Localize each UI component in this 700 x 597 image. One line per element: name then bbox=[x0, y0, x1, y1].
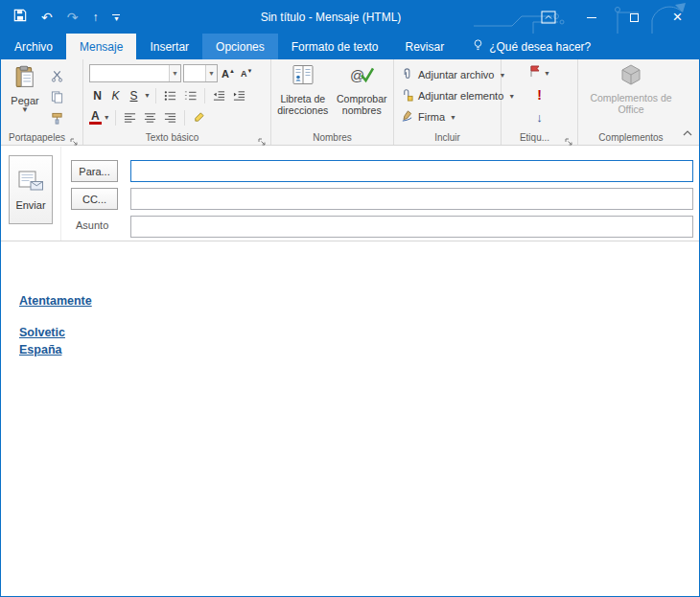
align-left-icon[interactable] bbox=[121, 109, 139, 126]
quick-access-toolbar: ↶ ↷ ↑ ▼ bbox=[1, 1, 120, 34]
follow-up-button[interactable]: ▼ bbox=[528, 63, 550, 82]
subject-input[interactable] bbox=[130, 216, 693, 238]
group-basic-text: ▼ ▼ A▲ A▼ N K S ▼ bbox=[83, 59, 271, 145]
to-button[interactable]: Para... bbox=[71, 160, 118, 182]
ribbon-display-options-icon[interactable] bbox=[527, 1, 570, 34]
clipboard-icon bbox=[14, 65, 35, 93]
signature-link-atentamente[interactable]: Atentamente bbox=[19, 292, 699, 310]
font-size-combo[interactable]: ▼ bbox=[183, 64, 218, 82]
compose-fields: Para... CC... Asunto bbox=[60, 147, 699, 241]
clipboard-mini-buttons bbox=[47, 62, 66, 129]
tab-formato-de-texto[interactable]: Formato de texto bbox=[278, 34, 392, 59]
paperclip-icon bbox=[401, 67, 413, 82]
tab-mensaje[interactable]: Mensaje bbox=[66, 34, 136, 59]
check-names-icon: @ bbox=[349, 63, 374, 91]
close-button[interactable]: × bbox=[656, 1, 699, 34]
tell-me-label: ¿Qué desea hacer? bbox=[489, 40, 591, 54]
signature-dropdown-icon: ▼ bbox=[450, 114, 456, 121]
bold-button[interactable]: N bbox=[89, 87, 105, 104]
high-importance-button[interactable]: ! bbox=[537, 85, 542, 104]
increase-indent-icon[interactable] bbox=[230, 87, 248, 104]
window-controls: × bbox=[527, 1, 699, 34]
tab-archivo[interactable]: Archivo bbox=[1, 34, 66, 59]
signature-link-espana[interactable]: España bbox=[19, 341, 699, 358]
cc-button[interactable]: CC... bbox=[71, 188, 118, 210]
up-arrow-icon[interactable]: ↑ bbox=[92, 11, 98, 23]
outlook-message-window: ↶ ↷ ↑ ▼ Sin título - Mensaje (HTML) × Ar… bbox=[0, 0, 700, 597]
paperclip-item-icon bbox=[401, 88, 413, 103]
underline-dropdown-icon[interactable]: ▼ bbox=[144, 92, 151, 99]
pen-icon bbox=[401, 109, 413, 125]
numbered-list-icon[interactable] bbox=[181, 87, 199, 104]
font-color-button[interactable]: A bbox=[89, 111, 102, 125]
customize-quick-access-icon[interactable]: ▼ bbox=[112, 14, 120, 21]
ribbon: Pegar ▼ Portapapeles ▼ bbox=[1, 59, 699, 146]
maximize-button[interactable] bbox=[613, 1, 656, 34]
paste-dropdown-icon: ▼ bbox=[21, 108, 29, 112]
low-importance-button[interactable]: ↓ bbox=[536, 107, 543, 126]
minimize-button[interactable] bbox=[570, 1, 613, 34]
align-right-icon[interactable] bbox=[161, 109, 179, 126]
group-include: Adjuntar archivo ▼ Adjuntar elemento ▼ F… bbox=[394, 59, 502, 145]
decrease-indent-icon[interactable] bbox=[210, 87, 228, 104]
highlight-pen-icon[interactable] bbox=[190, 109, 208, 126]
message-body[interactable]: Atentamente Solvetic España bbox=[1, 242, 699, 596]
address-book-label: Libreta de direcciones bbox=[273, 93, 333, 116]
titlebar: ↶ ↷ ↑ ▼ Sin título - Mensaje (HTML) × bbox=[1, 1, 699, 34]
include-group-label: Incluir bbox=[396, 132, 499, 143]
copy-icon[interactable] bbox=[47, 88, 66, 105]
tags-group-label: Etiqu... bbox=[503, 132, 566, 143]
collapse-ribbon-icon[interactable] bbox=[683, 123, 692, 140]
group-tags: ▼ ! ↓ Etiqu... bbox=[502, 59, 578, 145]
flag-icon bbox=[528, 64, 541, 81]
font-color-dropdown-icon[interactable]: ▼ bbox=[104, 114, 110, 121]
attach-file-label: Adjuntar archivo bbox=[418, 69, 495, 80]
tab-opciones[interactable]: Opciones bbox=[202, 34, 278, 59]
names-group-label: Nombres bbox=[273, 132, 391, 143]
undo-icon[interactable]: ↶ bbox=[41, 11, 53, 24]
cut-icon[interactable] bbox=[47, 67, 66, 84]
save-icon[interactable] bbox=[13, 9, 27, 26]
shrink-font-icon[interactable]: A▼ bbox=[239, 68, 254, 79]
underline-button[interactable]: S bbox=[126, 87, 142, 104]
cc-input[interactable] bbox=[130, 188, 693, 210]
basic-text-dialog-launcher-icon[interactable] bbox=[258, 133, 268, 143]
font-name-combo[interactable]: ▼ bbox=[89, 64, 181, 82]
italic-button[interactable]: K bbox=[107, 87, 124, 104]
address-book-button[interactable]: Libreta de direcciones bbox=[273, 63, 333, 129]
group-addins: Complementos de Office Complementos bbox=[578, 59, 684, 145]
check-names-button[interactable]: @ Comprobar nombres bbox=[333, 63, 392, 129]
signature-blank-line bbox=[19, 310, 699, 324]
tab-revisar[interactable]: Revisar bbox=[391, 34, 457, 59]
clipboard-dialog-launcher-icon[interactable] bbox=[70, 133, 80, 143]
bullet-list-icon[interactable] bbox=[161, 87, 179, 104]
subject-label: Asunto bbox=[76, 219, 108, 231]
send-button[interactable]: Enviar bbox=[9, 155, 53, 224]
clipboard-group-label: Portapapeles bbox=[3, 132, 71, 143]
attach-file-button[interactable]: Adjuntar archivo ▼ bbox=[396, 64, 499, 85]
tags-dialog-launcher-icon[interactable] bbox=[565, 133, 574, 143]
follow-up-dropdown-icon: ▼ bbox=[544, 70, 550, 77]
attach-item-button[interactable]: Adjuntar elemento ▼ bbox=[396, 85, 499, 106]
window-title: Sin título - Mensaje (HTML) bbox=[116, 1, 546, 34]
tab-insertar[interactable]: Insertar bbox=[136, 34, 202, 59]
redo-icon[interactable]: ↷ bbox=[67, 11, 79, 24]
send-label: Enviar bbox=[15, 199, 45, 211]
signature-button[interactable]: Firma ▼ bbox=[396, 106, 499, 127]
to-input[interactable] bbox=[130, 160, 693, 182]
grow-font-icon[interactable]: A▲ bbox=[220, 68, 237, 80]
address-book-icon bbox=[291, 63, 315, 91]
compose-header: Enviar Para... CC... Asunto bbox=[1, 147, 699, 241]
office-addins-button[interactable]: Complementos de Office bbox=[588, 63, 674, 129]
paste-button[interactable]: Pegar ▼ bbox=[3, 62, 47, 129]
attach-item-label: Adjuntar elemento bbox=[418, 90, 503, 102]
ribbon-tabs: Archivo Mensaje Insertar Opciones Format… bbox=[1, 34, 699, 59]
signature-link-solvetic[interactable]: Solvetic bbox=[19, 324, 699, 341]
format-painter-icon[interactable] bbox=[47, 109, 66, 126]
basic-text-group-label: Texto básico bbox=[85, 132, 259, 143]
tell-me-box[interactable]: ¿Qué desea hacer? bbox=[473, 34, 591, 59]
office-addins-label: Complementos de Office bbox=[588, 92, 674, 115]
group-names: Libreta de direcciones @ Comprobar nombr… bbox=[271, 59, 394, 145]
align-center-icon[interactable] bbox=[141, 109, 159, 126]
addins-group-label: Complementos bbox=[580, 132, 682, 143]
